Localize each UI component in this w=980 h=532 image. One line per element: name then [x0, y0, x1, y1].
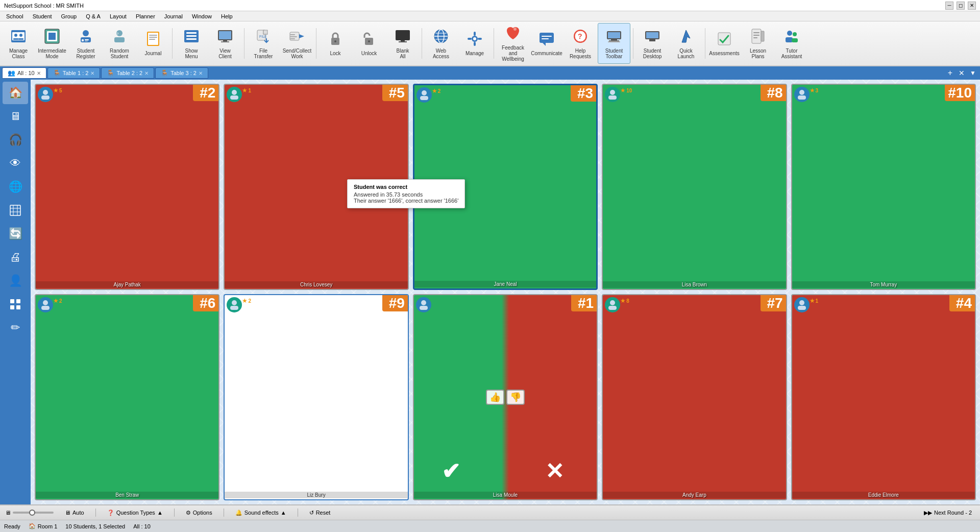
menu-student[interactable]: Student [29, 12, 56, 20]
auto-button[interactable]: 🖥 Auto [62, 509, 87, 517]
quick-launch-button[interactable]: QuickLaunch [670, 23, 702, 64]
thumbs-up-button[interactable]: 👍 [486, 390, 504, 405]
tab-all-10[interactable]: 👥 All : 10 ✕ [2, 67, 46, 79]
tab-table-1-close[interactable]: ✕ [90, 70, 94, 76]
menu-planner[interactable]: Planner [132, 12, 159, 20]
sidebar-apps-button[interactable] [3, 293, 28, 316]
send-collect-work-icon [289, 28, 305, 46]
lock-button[interactable]: Lock [319, 23, 352, 64]
help-requests-button[interactable]: ? HelpRequests [564, 23, 597, 64]
student-card-andy[interactable]: ★8 #7 Andy Earp [602, 294, 787, 500]
web-access-button[interactable]: WebAccess [425, 23, 457, 64]
tutor-assistant-icon [783, 28, 800, 46]
card-number-chris: #5 [382, 85, 408, 101]
student-card-lisa-m[interactable]: 👍 👎 ✔ ✕ #1 Lisa Moule [413, 294, 598, 500]
random-student-button[interactable]: ? RandomStudent [103, 23, 136, 64]
lesson-plans-button[interactable]: LessonPlans [742, 23, 774, 64]
tab-manage-button[interactable]: ▼ [968, 69, 978, 77]
thumbs-down-button[interactable]: 👎 [506, 390, 525, 405]
sidebar-home-button[interactable]: 🏠 [3, 82, 28, 104]
student-card-tom[interactable]: ★3 #10 Tom Murray [791, 84, 976, 290]
tab-table-2-close[interactable]: ✕ [144, 70, 149, 76]
assessments-button[interactable]: Assessments [708, 23, 741, 64]
tab-table-3[interactable]: 🪑 Table 3 : 2 ✕ [155, 67, 208, 79]
file-transfer-button[interactable]: FILE FileTransfer [247, 23, 280, 64]
sidebar-globe-button[interactable]: 🌐 [3, 176, 28, 198]
sidebar-monitor-button[interactable]: 🖥 [3, 105, 28, 128]
journal-button[interactable]: Journal [137, 23, 169, 64]
card-name-andy: Andy Earp [603, 492, 786, 498]
student-card-lisa-b[interactable]: ★10 #8 Lisa Brown [602, 84, 787, 290]
svg-rect-65 [608, 32, 620, 38]
tab-table-2[interactable]: 🪑 Table 2 : 2 ✕ [101, 67, 154, 79]
send-collect-work-button[interactable]: Send/CollectWork [281, 23, 313, 64]
communicate-button[interactable]: Communicate [530, 23, 563, 64]
student-card-ben[interactable]: ★2 #6 Ben Straw [35, 294, 219, 500]
stars-ajay: ★5 [53, 87, 62, 94]
student-desktop-button[interactable]: StudentDesktop [636, 23, 669, 64]
tab-all-10-close[interactable]: ✕ [37, 70, 41, 76]
student-card-eddie[interactable]: ★1 #4 Eddie Elmore [791, 294, 976, 500]
view-client-button[interactable]: ViewClient [209, 23, 241, 64]
options-button[interactable]: ⚙ Options [183, 509, 215, 517]
restore-button[interactable]: ◻ [957, 2, 965, 10]
intermediate-mode-button[interactable]: IntermediateMode [36, 23, 68, 64]
menu-help[interactable]: Help [217, 12, 237, 20]
zoom-slider[interactable]: 🖥 [5, 510, 54, 516]
sidebar-person-button[interactable]: 👤 [3, 270, 28, 292]
student-register-icon [78, 28, 94, 46]
reset-button[interactable]: ↺ Reset [306, 509, 334, 517]
minimize-button[interactable]: ─ [945, 2, 953, 10]
feedback-wellbeing-button[interactable]: Feedback andWellbeing [497, 23, 529, 64]
svg-rect-25 [186, 38, 197, 40]
sound-effects-button[interactable]: 🔔 Sound effects ▲ [232, 509, 289, 517]
blank-all-button[interactable]: BlankAll [386, 23, 419, 64]
card-name-lisa-m: Lisa Moule [414, 492, 597, 498]
titlebar: NetSupport School : MR SMITH ─ ◻ ✕ [0, 0, 980, 11]
menu-window[interactable]: Window [188, 12, 216, 20]
card-number-andy: #7 [761, 295, 786, 311]
svg-rect-23 [186, 32, 197, 34]
menu-school[interactable]: School [2, 12, 28, 20]
tab-table-3-close[interactable]: ✕ [199, 70, 203, 76]
student-register-button[interactable]: StudentRegister [69, 23, 102, 64]
close-button[interactable]: ✕ [968, 2, 976, 10]
sep4 [422, 28, 422, 59]
tab-add-button[interactable]: + [945, 68, 955, 78]
lesson-plans-label: LessonPlans [750, 48, 766, 59]
tab-table-3-icon: 🪑 [161, 69, 168, 77]
journal-label: Journal [145, 51, 162, 56]
menu-journal[interactable]: Journal [160, 12, 187, 20]
menu-group[interactable]: Group [57, 12, 81, 20]
manage-class-button[interactable]: ManageClass [2, 23, 35, 64]
menu-layout[interactable]: Layout [106, 12, 131, 20]
card-number-ajay: #2 [193, 85, 218, 101]
zoom-thumb[interactable] [29, 510, 35, 516]
card-number-jane: #3 [571, 85, 596, 102]
student-card-liz[interactable]: ★2 #9 Liz Bury [224, 294, 408, 500]
sidebar-headphones-button[interactable]: 🎧 [3, 129, 28, 151]
intermediate-mode-label: IntermediateMode [38, 48, 66, 59]
show-menu-button[interactable]: ShowMenu [175, 23, 208, 64]
unlock-button[interactable]: Unlock [353, 23, 385, 64]
tab-table-1[interactable]: 🪑 Table 1 : 2 ✕ [47, 67, 101, 79]
card-number-tom: #10 [945, 85, 975, 101]
question-types-button[interactable]: ❓ Question Types ▲ [104, 509, 166, 517]
menu-qa[interactable]: Q & A [82, 12, 105, 20]
svg-rect-4 [13, 38, 18, 40]
sidebar-refresh-button[interactable]: 🔄 [3, 223, 28, 245]
zoom-track[interactable] [13, 512, 54, 514]
sidebar-view-button[interactable]: 👁 [3, 152, 28, 175]
svg-rect-96 [420, 96, 428, 100]
sidebar-table-button[interactable] [3, 199, 28, 222]
tutor-assistant-button[interactable]: TutorAssistant [775, 23, 808, 64]
tab-close-all-button[interactable]: ✕ [957, 69, 967, 77]
manage-button[interactable]: Manage [458, 23, 491, 64]
svg-rect-5 [18, 38, 23, 40]
stars-jane: ★2 [432, 87, 441, 94]
student-card-ajay[interactable]: ★5 #2 Ajay Pathak [35, 84, 219, 290]
sidebar-print-button[interactable]: 🖨 [3, 246, 28, 269]
next-round-button[interactable]: ▶▶ Next Round - 2 [921, 509, 975, 517]
student-toolbar-button[interactable]: StudentToolbar [598, 23, 630, 64]
sidebar-pencil-button[interactable]: ✏ [3, 317, 28, 339]
